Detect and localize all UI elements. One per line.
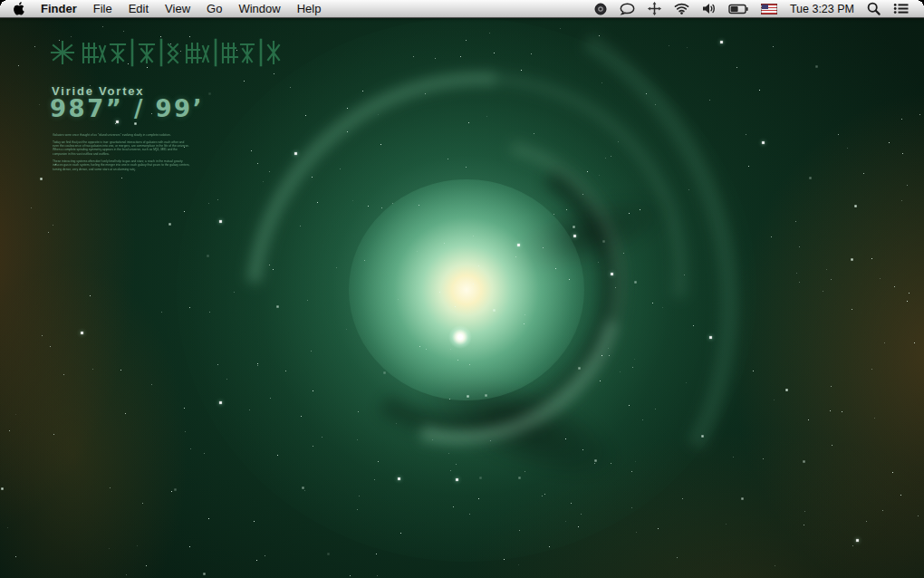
wallpaper-measurement: 987” / 99’: [50, 95, 204, 122]
app-menus: Finder File Edit View Go Window Help: [0, 0, 329, 17]
menu-edit[interactable]: Edit: [120, 0, 157, 17]
menu-file[interactable]: File: [85, 0, 120, 17]
galaxy-core-glow: [349, 179, 584, 400]
volume-icon[interactable]: [696, 0, 722, 17]
lens-icon[interactable]: [588, 0, 613, 17]
wallpaper-paragraph: These interacting systems often don't on…: [53, 159, 191, 171]
move-crosshair-icon[interactable]: [641, 0, 668, 17]
notification-center-icon[interactable]: [887, 0, 915, 17]
wallpaper-paragraph: Galaxies were once thought of as "island…: [53, 133, 191, 137]
menu-finder[interactable]: Finder: [33, 0, 85, 17]
menu-clock[interactable]: Tue 3:23 PM: [784, 3, 861, 15]
wallpaper-description: Galaxies were once thought of as "island…: [53, 133, 191, 175]
foreground-star: [448, 325, 472, 349]
spotlight-icon[interactable]: [861, 0, 887, 17]
menu-help[interactable]: Help: [289, 0, 330, 17]
screen-corner-left: [0, 0, 5, 5]
messages-bubble-icon[interactable]: [613, 0, 641, 17]
wallpaper-paragraph: Today we find that just the opposite is …: [53, 140, 191, 156]
status-area: Tue 3:23 PM: [588, 0, 924, 17]
wifi-icon[interactable]: [668, 0, 696, 17]
desktop-wallpaper: Viride Vortex 987” / 99’ Galaxies were o…: [0, 17, 924, 578]
screen-corner-right: [919, 0, 924, 5]
menu-go[interactable]: Go: [198, 0, 230, 17]
us-flag-icon[interactable]: [755, 0, 784, 17]
alien-glyphs-banner: [49, 37, 281, 68]
menu-view[interactable]: View: [157, 0, 198, 17]
flag-canton: [762, 5, 768, 10]
apple-logo-icon: [13, 2, 24, 15]
battery-icon[interactable]: [722, 0, 755, 17]
menu-bar: Finder File Edit View Go Window Help: [0, 0, 924, 18]
menu-window[interactable]: Window: [230, 0, 288, 17]
